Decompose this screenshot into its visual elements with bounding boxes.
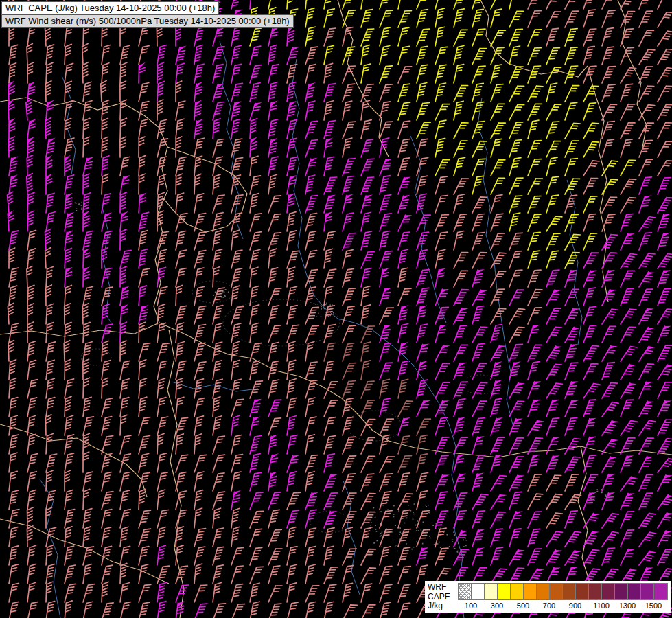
map-title-box: WRF CAPE (J/kg) Tuesday 14-10-2025 00:00…: [1, 1, 294, 28]
legend-swatch: [589, 584, 602, 599]
legend-label-unit: J/kg: [428, 602, 454, 610]
legend-label-cape: CAPE: [428, 593, 454, 602]
legend-value: 100: [458, 602, 484, 610]
title-cape: WRF CAPE (J/kg) Tuesday 14-10-2025 00:00…: [1, 1, 219, 15]
legend-value: 1500: [640, 602, 667, 610]
legend-values: 100300500700900110013001500: [458, 600, 668, 610]
legend-scale: 100300500700900110013001500: [458, 583, 668, 610]
legend-value: 500: [510, 602, 536, 610]
legend-value: 700: [536, 602, 562, 610]
legend-swatch: [641, 584, 654, 599]
legend-swatches: [458, 583, 668, 600]
legend-swatch: [654, 584, 667, 599]
legend-swatch: [524, 584, 537, 599]
legend-swatch: [576, 584, 589, 599]
legend-swatch: [498, 584, 511, 599]
legend-swatch: [472, 584, 485, 599]
legend-value: 1300: [614, 602, 640, 610]
title-wind-shear: WRF Wind shear (m/s) 500/1000hPa Tuesday…: [1, 14, 294, 28]
legend-swatch: [563, 584, 576, 599]
legend-swatch: [628, 584, 641, 599]
cape-legend: WRF CAPE J/kg 10030050070090011001300150…: [425, 581, 671, 613]
legend-value: 1100: [588, 602, 614, 610]
legend-label-wrf: WRF: [428, 583, 454, 592]
weather-map: [0, 0, 672, 618]
legend-value: 900: [562, 602, 588, 610]
legend-swatch: [511, 584, 524, 599]
legend-swatch: [602, 584, 615, 599]
legend-swatch: [615, 584, 628, 599]
legend-swatch: [537, 584, 550, 599]
legend-swatch: [459, 584, 472, 599]
legend-value: 300: [484, 602, 510, 610]
weather-map-screen: WRF CAPE (J/kg) Tuesday 14-10-2025 00:00…: [0, 0, 672, 618]
legend-swatch: [550, 584, 563, 599]
legend-swatch: [485, 584, 498, 599]
legend-labels: WRF CAPE J/kg: [428, 583, 458, 610]
